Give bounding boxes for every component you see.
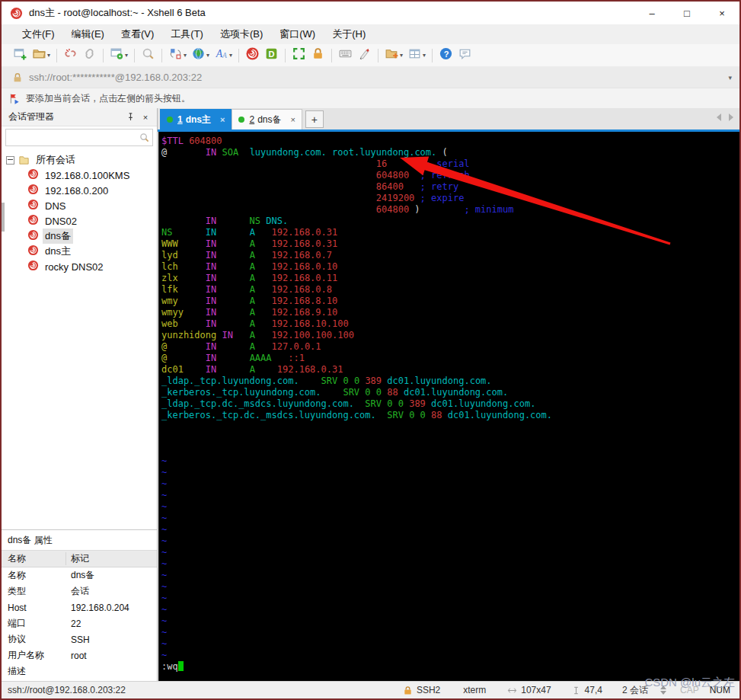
terminal-text: A bbox=[250, 364, 255, 375]
session-item-7[interactable]: rocky DNS02 bbox=[2, 259, 157, 274]
terminal-text: IN bbox=[206, 364, 216, 375]
address-bar[interactable]: ssh://root:***********@192.168.0.203:22 … bbox=[2, 67, 739, 88]
session-properties-button[interactable]: ▾ bbox=[107, 46, 130, 65]
property-row[interactable]: Host192.168.0.204 bbox=[2, 599, 157, 615]
tree-expander-icon[interactable] bbox=[6, 156, 14, 165]
arrange-sessions-dropdown-icon[interactable]: ▾ bbox=[184, 52, 187, 59]
status-lock-icon bbox=[403, 686, 413, 695]
toolbar-separator bbox=[432, 49, 433, 62]
session-item-3[interactable]: DNS bbox=[2, 198, 157, 213]
xshell-button[interactable] bbox=[243, 46, 262, 65]
menu-item-5[interactable]: 选项卡(B) bbox=[212, 24, 271, 44]
arrange-sessions-button[interactable]: ▾ bbox=[166, 46, 189, 65]
session-icon bbox=[27, 184, 43, 197]
open-session-dropdown-icon[interactable]: ▾ bbox=[47, 52, 50, 59]
new-tab-button[interactable]: + bbox=[305, 110, 324, 128]
terminal-line bbox=[161, 444, 739, 455]
maximize-button[interactable]: □ bbox=[669, 2, 704, 24]
terminal-text: SRV bbox=[365, 398, 382, 409]
address-dropdown-icon[interactable]: ▾ bbox=[728, 74, 732, 82]
terminal-line: @ IN A 127.0.0.1 bbox=[161, 341, 739, 353]
menu-item-7[interactable]: 关于(H) bbox=[324, 24, 374, 44]
feedback-button[interactable] bbox=[455, 46, 474, 65]
terminal-text: ; minimum bbox=[464, 204, 513, 215]
property-row[interactable]: 描述 bbox=[2, 663, 157, 679]
tree-root-all-sessions[interactable]: 所有会话 bbox=[2, 152, 157, 168]
status-terminal-size[interactable]: 107x47 bbox=[507, 685, 551, 695]
reconnect-button[interactable] bbox=[80, 46, 99, 65]
terminal-text: ~ bbox=[161, 558, 167, 569]
terminal-text: 16 bbox=[376, 158, 387, 169]
dock-handle[interactable] bbox=[2, 203, 5, 232]
minimize-button[interactable]: – bbox=[634, 2, 669, 24]
terminal-line: ~ bbox=[161, 547, 739, 558]
close-button[interactable]: × bbox=[704, 2, 739, 24]
font-dropdown-icon[interactable]: ▾ bbox=[229, 52, 232, 59]
status-bar: ssh://root@192.168.0.203:22 SSH2 xterm 1… bbox=[2, 681, 739, 698]
tab-scroll-left-icon[interactable] bbox=[717, 113, 721, 121]
menu-item-4[interactable]: 工具(T) bbox=[162, 24, 212, 44]
session-search-input[interactable] bbox=[9, 132, 139, 144]
virtual-keyboard-button[interactable] bbox=[336, 46, 355, 65]
tab-status-dot bbox=[238, 117, 244, 123]
tab-1[interactable]: 1dns主× bbox=[160, 109, 232, 129]
terminal-line: _kerberos._tcp.luyundong.com. SRV 0 0 88… bbox=[161, 387, 739, 398]
terminal-text: @ bbox=[161, 147, 167, 158]
terminal-screen[interactable]: $TTL 604800@ IN SOA luyundong.com. root.… bbox=[158, 132, 739, 681]
lock-screen-button[interactable] bbox=[308, 46, 327, 65]
terminal-text: _kerberos._tcp.dc._msdcs.luyundong.com. bbox=[161, 410, 376, 420]
terminal-text: _ldap._tcp.luyundong.com. bbox=[161, 376, 299, 386]
menu-item-6[interactable]: 窗口(W) bbox=[271, 24, 324, 44]
highlight-button[interactable] bbox=[355, 46, 374, 65]
folder-icon bbox=[18, 155, 30, 166]
pin-icon[interactable] bbox=[123, 110, 137, 124]
property-row[interactable]: 协议SSH bbox=[2, 631, 157, 647]
property-row[interactable]: 端口22 bbox=[2, 615, 157, 631]
session-item-6[interactable]: dns主 bbox=[2, 244, 157, 259]
property-row[interactable]: 名称dns备 bbox=[2, 567, 157, 583]
property-row[interactable]: 用户名称root bbox=[2, 647, 157, 663]
terminal-line: ~ bbox=[161, 501, 739, 513]
terminal-text: 192.168.0.8 bbox=[272, 284, 332, 295]
feedback-icon bbox=[458, 46, 472, 64]
tile-windows-button[interactable]: ▾ bbox=[405, 46, 428, 65]
terminal-text: IN bbox=[206, 318, 216, 329]
tab-close-icon[interactable]: × bbox=[291, 115, 295, 124]
help-button[interactable]: ? bbox=[436, 46, 455, 65]
xftp-button[interactable]: D bbox=[262, 46, 281, 65]
terminal-line: _kerberos._tcp.dc._msdcs.luyundong.com. … bbox=[161, 410, 739, 421]
new-session-button[interactable] bbox=[11, 46, 30, 65]
encoding-dropdown-icon[interactable]: ▾ bbox=[206, 52, 209, 59]
property-row[interactable]: 类型会话 bbox=[2, 583, 157, 599]
menu-item-2[interactable]: 编辑(E) bbox=[63, 24, 113, 44]
font-button[interactable]: AA▾ bbox=[212, 46, 235, 65]
terminal-text: dc01.luyundong.com. bbox=[387, 376, 491, 386]
session-properties-panel: dns备 属性 名称 标记 名称dns备类型会话Host192.168.0.20… bbox=[2, 529, 157, 681]
menu-item-1[interactable]: 文件(F) bbox=[14, 24, 63, 44]
terminal-text: IN bbox=[206, 216, 216, 226]
tab-2[interactable]: 2dns备× bbox=[232, 109, 302, 129]
session-search-box[interactable] bbox=[5, 129, 153, 146]
session-item-1[interactable]: 192.168.0.100KMS bbox=[2, 168, 157, 183]
find-button[interactable] bbox=[139, 46, 158, 65]
terminal-text: 389 bbox=[409, 398, 426, 409]
session-properties-dropdown-icon[interactable]: ▾ bbox=[125, 52, 128, 59]
session-item-2[interactable]: 192.168.0.200 bbox=[2, 183, 157, 198]
terminal-line: yunzhidong IN A 192.100.100.100 bbox=[161, 330, 739, 341]
open-session-button[interactable]: ▾ bbox=[30, 46, 53, 65]
tab-close-icon[interactable]: × bbox=[220, 115, 225, 124]
new-folder-button[interactable]: ▾ bbox=[382, 46, 405, 65]
fullscreen-button[interactable] bbox=[289, 46, 308, 65]
tile-windows-dropdown-icon[interactable]: ▾ bbox=[423, 52, 426, 59]
terminal-text: lch bbox=[161, 261, 178, 272]
session-icon bbox=[27, 260, 43, 273]
session-item-5[interactable]: dns备 bbox=[2, 229, 157, 244]
tab-scroll-right-icon[interactable] bbox=[729, 113, 733, 121]
disconnect-button[interactable] bbox=[61, 46, 80, 65]
close-panel-icon[interactable]: × bbox=[139, 110, 152, 124]
menu-item-3[interactable]: 查看(V) bbox=[113, 24, 162, 44]
toolbar-separator bbox=[103, 49, 104, 62]
new-folder-dropdown-icon[interactable]: ▾ bbox=[400, 52, 403, 59]
encoding-button[interactable]: ▾ bbox=[189, 46, 212, 65]
session-item-4[interactable]: DNS02 bbox=[2, 213, 157, 229]
